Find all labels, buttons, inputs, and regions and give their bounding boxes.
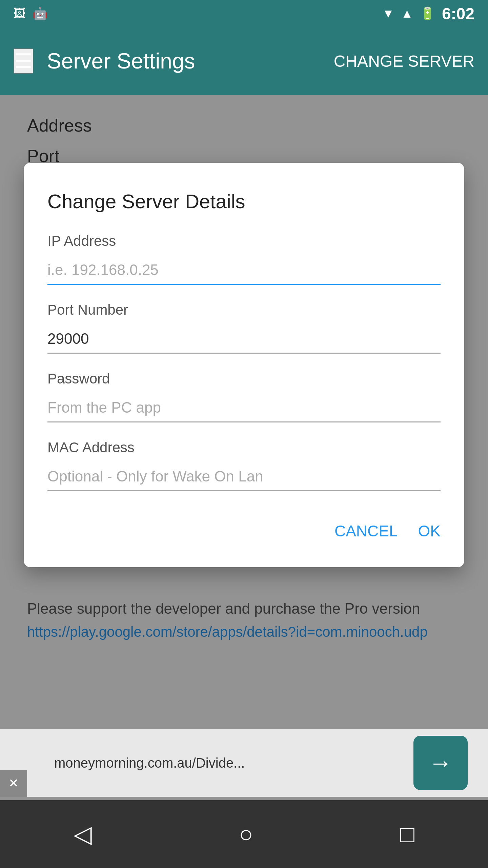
hamburger-menu-button[interactable]: ☰ <box>14 48 33 74</box>
android-icon: 🤖 <box>33 6 48 21</box>
back-button[interactable]: ◁ <box>74 820 92 848</box>
arrow-right-icon: → <box>429 749 452 776</box>
ip-address-label: IP Address <box>47 233 441 249</box>
ip-address-input[interactable] <box>47 256 441 285</box>
change-server-button[interactable]: CHANGE SERVER <box>334 52 474 71</box>
nav-bar: ◁ ○ □ <box>0 800 488 868</box>
status-left-icons: 🖼 🤖 <box>14 6 372 21</box>
app-bar: ☰ Server Settings CHANGE SERVER <box>0 27 488 95</box>
change-server-dialog: Change Server Details IP Address Port Nu… <box>24 163 464 567</box>
ad-banner: ✕ moneymorning.com.au/Divide... → <box>0 729 488 797</box>
mac-address-label: MAC Address <box>47 439 441 456</box>
ok-button[interactable]: Ok <box>418 522 441 540</box>
password-label: Password <box>47 371 441 387</box>
status-bar: 🖼 🤖 ▼ ▲ 🔋 6:02 <box>0 0 488 27</box>
port-number-label: Port Number <box>47 302 441 318</box>
wifi-icon: ▼ <box>382 6 394 21</box>
main-content: Address Port 29000 Change Server Details… <box>0 95 488 868</box>
ad-text: moneymorning.com.au/Divide... <box>54 755 245 771</box>
status-right-icons: ▼ ▲ 🔋 6:02 <box>382 4 474 23</box>
cancel-button[interactable]: CANCEL <box>334 522 398 540</box>
close-icon: ✕ <box>8 776 19 790</box>
password-input[interactable] <box>47 394 441 422</box>
recent-apps-button[interactable]: □ <box>400 821 414 848</box>
signal-icon: ▲ <box>401 6 413 21</box>
photo-icon: 🖼 <box>14 6 26 21</box>
home-button[interactable]: ○ <box>239 821 253 848</box>
ad-close-button[interactable]: ✕ <box>0 770 27 797</box>
port-number-input[interactable] <box>47 325 441 354</box>
ad-arrow-button[interactable]: → <box>413 736 468 790</box>
dialog-buttons: CANCEL Ok <box>47 522 441 540</box>
status-time: 6:02 <box>442 4 474 23</box>
page-title: Server Settings <box>47 48 195 74</box>
battery-icon: 🔋 <box>420 6 435 21</box>
mac-address-input[interactable] <box>47 462 441 491</box>
dialog-title: Change Server Details <box>47 190 441 213</box>
app-bar-left: ☰ Server Settings <box>14 48 195 74</box>
